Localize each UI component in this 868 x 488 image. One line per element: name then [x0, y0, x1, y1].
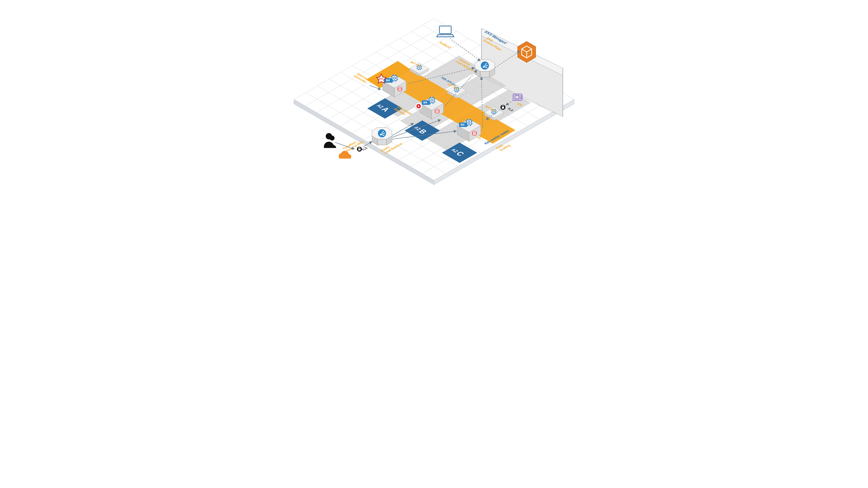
svg-point-93: [330, 135, 335, 140]
architecture-diagram: EKS Managed EKS Control Plane kubectl Ne…: [269, 0, 599, 185]
user-icon: [324, 133, 336, 148]
couchbase-operator-badge: [415, 103, 422, 110]
tls-label-l: TLS: [360, 147, 368, 151]
m4-badge-b: M4: [423, 101, 427, 104]
m4-badge-c: M4: [461, 123, 465, 126]
m4-badge-a: M4: [386, 79, 390, 82]
svg-text:DNS: DNS: [379, 78, 383, 80]
